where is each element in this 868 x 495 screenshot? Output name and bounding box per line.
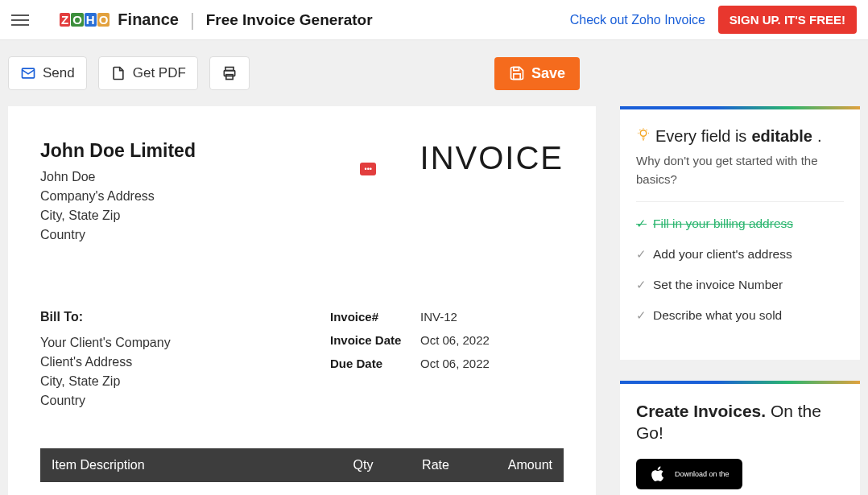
invoice-number[interactable]: INV-12	[420, 310, 457, 324]
bill-to-label: Bill To:	[40, 310, 298, 324]
invoice-card: John Doe Limited John Doe Company's Addr…	[8, 106, 596, 495]
checklist-item-client[interactable]: ✓ Add your client's address	[636, 247, 844, 262]
pdf-icon	[110, 65, 126, 81]
col-description: Item Description	[52, 458, 327, 472]
invoice-meta: Invoice# INV-12 Invoice Date Oct 06, 202…	[330, 310, 564, 413]
company-address-3[interactable]: Country	[40, 228, 196, 242]
toolbar: Send Get PDF Save	[0, 40, 594, 106]
check-icon: ✓	[636, 278, 647, 292]
finance-label: Finance	[118, 10, 179, 29]
divider	[636, 201, 844, 202]
check-icon: ✓	[636, 247, 647, 262]
invoice-date-label: Invoice Date	[330, 333, 420, 347]
invoice-date[interactable]: Oct 06, 2022	[420, 333, 490, 347]
sidebar: Every field is editable. Why don't you g…	[620, 106, 860, 495]
checklist: ✓ Fill in your billing address ✓ Add you…	[636, 217, 844, 323]
company-address-2[interactable]: City, State Zip	[40, 208, 196, 223]
drag-handle-icon[interactable]	[360, 163, 376, 175]
company-address-1[interactable]: Company's Address	[40, 189, 196, 204]
mail-icon	[20, 65, 36, 81]
company-name[interactable]: John Doe Limited	[40, 140, 196, 162]
checklist-item-describe[interactable]: ✓ Describe what you sold	[636, 308, 844, 323]
check-icon: ✓	[636, 217, 647, 231]
tips-card: Every field is editable. Why don't you g…	[620, 106, 860, 360]
check-icon: ✓	[636, 308, 647, 323]
col-amount: Amount	[472, 458, 552, 472]
tips-subtext: Why don't you get started with the basic…	[636, 152, 844, 188]
contact-name[interactable]: John Doe	[40, 170, 196, 184]
appstore-small-text: Download on the	[675, 470, 730, 478]
due-date[interactable]: Oct 06, 2022	[420, 357, 490, 370]
send-button[interactable]: Send	[8, 56, 87, 90]
print-icon	[221, 65, 238, 81]
bill-to-block[interactable]: Bill To: Your Client's Company Client's …	[40, 310, 298, 413]
invoice-title[interactable]: INVOICE	[420, 140, 564, 176]
due-date-label: Due Date	[330, 357, 420, 370]
save-label: Save	[531, 65, 565, 82]
client-address-2[interactable]: City, State Zip	[40, 374, 298, 389]
send-label: Send	[43, 65, 75, 81]
app-store-badge[interactable]: Download on the	[636, 459, 742, 489]
invoice-number-label: Invoice#	[330, 310, 420, 324]
col-qty: Qty	[327, 458, 399, 472]
save-icon	[509, 65, 525, 81]
save-button[interactable]: Save	[494, 57, 580, 90]
tips-heading: Every field is editable.	[636, 127, 844, 146]
checklist-item-number[interactable]: ✓ Set the invoice Number	[636, 278, 844, 292]
get-pdf-button[interactable]: Get PDF	[98, 56, 198, 90]
checklist-item-billing[interactable]: ✓ Fill in your billing address	[636, 217, 844, 231]
zoho-logo: ZOHO	[60, 13, 110, 27]
go-card: Create Invoices. On the Go! Download on …	[620, 381, 860, 495]
lightbulb-icon	[636, 127, 651, 146]
print-button[interactable]	[209, 56, 250, 90]
separator: |	[190, 10, 195, 31]
client-address-3[interactable]: Country	[40, 394, 298, 408]
brand-block: ZOHO Finance | Free Invoice Generator	[60, 10, 373, 31]
page-title: Free Invoice Generator	[206, 11, 373, 29]
svg-rect-4	[514, 68, 519, 71]
main-area: John Doe Limited John Doe Company's Addr…	[0, 106, 868, 495]
hamburger-menu-icon[interactable]	[11, 10, 31, 30]
app-header: ZOHO Finance | Free Invoice Generator Ch…	[0, 0, 868, 40]
client-company[interactable]: Your Client's Company	[40, 336, 298, 350]
apple-icon	[649, 465, 667, 483]
get-pdf-label: Get PDF	[133, 65, 186, 81]
svg-rect-5	[514, 74, 520, 80]
go-heading: Create Invoices. On the Go!	[636, 400, 844, 444]
svg-point-6	[640, 130, 647, 137]
col-rate: Rate	[399, 458, 472, 472]
checkout-link[interactable]: Check out Zoho Invoice	[570, 13, 705, 27]
signup-button[interactable]: SIGN UP. IT'S FREE!	[718, 6, 857, 34]
company-block[interactable]: John Doe Limited John Doe Company's Addr…	[40, 140, 196, 247]
items-header-row: Item Description Qty Rate Amount	[40, 448, 564, 482]
client-address-1[interactable]: Client's Address	[40, 355, 298, 369]
